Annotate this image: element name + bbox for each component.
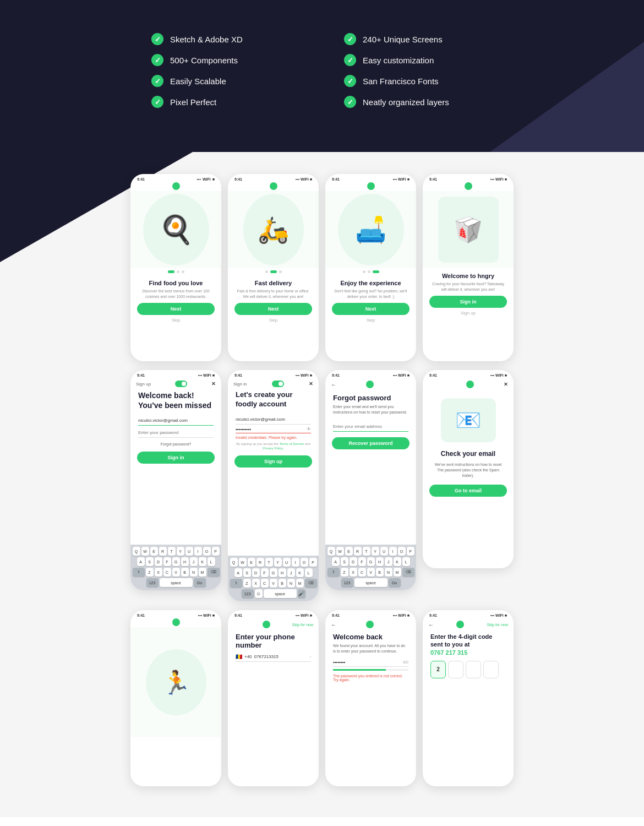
eye-icon[interactable]: 👁: [307, 427, 311, 432]
key-q[interactable]: Q: [328, 547, 335, 556]
key-backspace[interactable]: ⌫: [402, 568, 414, 577]
key-shift[interactable]: ⇧: [133, 568, 145, 577]
key-v[interactable]: V: [367, 568, 375, 577]
key-n[interactable]: N: [287, 579, 295, 588]
key-g[interactable]: G: [367, 557, 375, 566]
key-i[interactable]: I: [389, 547, 397, 556]
digit-box-3[interactable]: [466, 661, 481, 678]
key-d[interactable]: D: [155, 557, 162, 566]
key-t[interactable]: T: [265, 558, 273, 567]
key-go[interactable]: Go: [194, 578, 206, 587]
key-j[interactable]: J: [287, 568, 295, 577]
signup-button[interactable]: Sign up: [234, 455, 312, 468]
key-s[interactable]: S: [341, 557, 348, 566]
key-n[interactable]: N: [190, 568, 198, 577]
digit-box-2[interactable]: [448, 661, 463, 678]
key-u[interactable]: U: [380, 547, 388, 556]
next-button[interactable]: Next: [137, 303, 215, 315]
key-h[interactable]: H: [376, 557, 384, 566]
go-to-email-button[interactable]: Go to email: [429, 485, 507, 497]
key-f[interactable]: F: [358, 557, 366, 566]
key-k[interactable]: K: [296, 568, 304, 577]
key-c[interactable]: C: [358, 568, 366, 577]
key-k[interactable]: K: [199, 557, 206, 566]
digit-box-1[interactable]: 2: [430, 661, 446, 678]
digit-box-4[interactable]: [483, 661, 499, 678]
next-button[interactable]: Next: [234, 303, 312, 315]
key-shift[interactable]: ⇧: [230, 579, 242, 588]
key-p[interactable]: P: [212, 547, 220, 556]
key-p[interactable]: P: [309, 558, 317, 567]
key-r[interactable]: R: [354, 547, 362, 556]
toggle[interactable]: [175, 381, 187, 387]
key-w[interactable]: W: [239, 558, 247, 567]
key-t[interactable]: T: [363, 547, 370, 556]
key-f[interactable]: F: [163, 557, 171, 566]
close-button[interactable]: ✕: [504, 382, 508, 387]
key-y[interactable]: Y: [372, 547, 379, 556]
key-123[interactable]: 123: [242, 589, 254, 598]
key-b[interactable]: B: [279, 579, 286, 588]
skip-for-now[interactable]: Skip for now: [487, 623, 508, 627]
email-input[interactable]: [333, 422, 408, 432]
key-m[interactable]: M: [199, 568, 206, 577]
key-v[interactable]: V: [172, 568, 180, 577]
key-e[interactable]: E: [150, 547, 158, 556]
key-l[interactable]: L: [402, 557, 410, 566]
password-input[interactable]: [333, 660, 403, 665]
skip-button[interactable]: Skip: [228, 315, 319, 325]
key-go[interactable]: Go: [389, 578, 401, 587]
key-z[interactable]: Z: [341, 568, 348, 577]
key-o[interactable]: O: [203, 547, 211, 556]
key-u[interactable]: U: [283, 558, 291, 567]
key-space[interactable]: space: [160, 578, 193, 587]
key-r[interactable]: R: [159, 547, 167, 556]
key-f[interactable]: F: [261, 568, 269, 577]
signup-button[interactable]: Sign up: [423, 308, 514, 318]
key-q[interactable]: Q: [133, 547, 140, 556]
back-button[interactable]: ←: [331, 382, 336, 388]
key-123[interactable]: 123: [341, 578, 353, 587]
next-button[interactable]: Next: [332, 303, 410, 315]
close-button[interactable]: ✕: [309, 381, 313, 387]
key-a[interactable]: A: [234, 568, 242, 577]
key-a[interactable]: A: [332, 557, 340, 566]
back-button[interactable]: ←: [331, 622, 336, 628]
skip-for-now[interactable]: Skip for now: [292, 623, 313, 627]
key-j[interactable]: J: [190, 557, 198, 566]
key-x[interactable]: X: [252, 579, 260, 588]
key-g[interactable]: G: [172, 557, 180, 566]
close-button[interactable]: ✕: [211, 381, 216, 387]
key-u[interactable]: U: [185, 547, 193, 556]
key-a[interactable]: A: [137, 557, 145, 566]
signin-button[interactable]: Sign in: [429, 296, 507, 308]
key-j[interactable]: J: [385, 557, 392, 566]
skip-button[interactable]: Skip: [130, 315, 221, 325]
key-o[interactable]: O: [398, 547, 406, 556]
key-mic[interactable]: 🎤: [298, 589, 305, 598]
key-shift[interactable]: ⇧: [328, 568, 340, 577]
key-123[interactable]: 123: [146, 578, 159, 587]
key-q[interactable]: Q: [230, 558, 238, 567]
key-s[interactable]: S: [243, 568, 251, 577]
key-y[interactable]: Y: [177, 547, 184, 556]
key-z[interactable]: Z: [243, 579, 251, 588]
key-w[interactable]: W: [141, 547, 149, 556]
key-d[interactable]: D: [252, 568, 260, 577]
signin-button[interactable]: Sign in: [137, 452, 215, 464]
key-l[interactable]: L: [305, 568, 313, 577]
key-b[interactable]: B: [181, 568, 189, 577]
skip-button[interactable]: Skip: [325, 315, 416, 325]
key-b[interactable]: B: [376, 568, 384, 577]
key-backspace[interactable]: ⌫: [305, 579, 317, 588]
key-t[interactable]: T: [168, 547, 176, 556]
key-k[interactable]: K: [394, 557, 401, 566]
key-w[interactable]: W: [336, 547, 344, 556]
key-space[interactable]: space: [354, 578, 388, 587]
back-button[interactable]: ←: [428, 622, 434, 628]
key-e[interactable]: E: [345, 547, 353, 556]
key-d[interactable]: D: [350, 557, 357, 566]
key-h[interactable]: H: [181, 557, 189, 566]
forgot-password-link[interactable]: Forgot password?: [130, 440, 221, 448]
key-x[interactable]: X: [155, 568, 162, 577]
